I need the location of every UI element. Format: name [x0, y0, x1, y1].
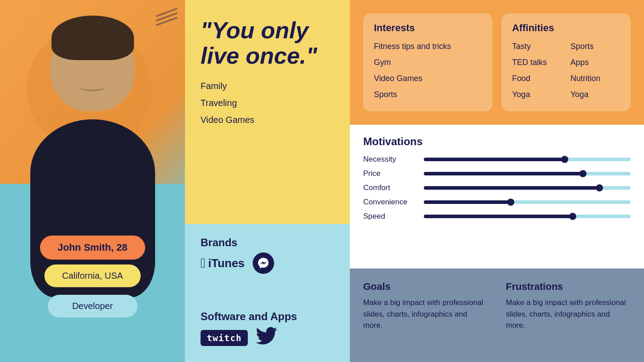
twitch-icon: twitch — [201, 330, 248, 346]
brands-icons:  iTunes — [201, 252, 334, 274]
motivation-bar-container — [424, 215, 631, 218]
affinity-item: Nutrition — [570, 70, 620, 86]
software-icons: twitch — [201, 326, 334, 350]
twitter-icon — [256, 326, 277, 350]
motivation-bar-fill — [424, 186, 599, 190]
motivations-rows: NecessityPriceComfortConvenienceSpeed — [363, 155, 631, 221]
name-text: John Smith, 28 — [57, 242, 127, 253]
motivation-row: Convenience — [363, 198, 631, 207]
motivation-bar-container — [424, 186, 631, 190]
itunes-label: iTunes — [208, 256, 245, 270]
motivation-row: Price — [363, 169, 631, 178]
affinity-item: Sports — [570, 38, 620, 54]
affinity-item: Tasty — [512, 38, 562, 54]
motivation-bar-fill — [424, 158, 565, 161]
affinity-grid: Tasty TED talks Food Yoga Sports Apps Nu… — [512, 38, 620, 102]
motivation-bar-fill — [424, 172, 583, 175]
motivation-bar-fill — [424, 215, 573, 218]
interest-item: Gym — [374, 54, 482, 70]
goals-title: Goals — [363, 281, 488, 293]
motivation-label: Price — [363, 169, 417, 178]
motivation-bar-dot — [596, 184, 603, 191]
interest-item: Video Games — [374, 70, 482, 86]
top-right-panel: Interests Fitness tips and tricks Gym Vi… — [350, 0, 644, 125]
frustrations-title: Frustrations — [506, 281, 631, 293]
right-section: Interests Fitness tips and tricks Gym Vi… — [350, 0, 644, 362]
itunes-brand:  iTunes — [201, 256, 245, 271]
motivation-bar-container — [424, 172, 631, 175]
motivation-bar-dot — [569, 213, 576, 220]
affinity-item: TED talks — [512, 54, 562, 70]
name-badge: John Smith, 28 — [40, 236, 145, 260]
person-hair — [51, 16, 134, 60]
motivations-title: Motivations — [363, 135, 631, 148]
software-title: Software and Apps — [201, 310, 334, 323]
messenger-icon — [253, 252, 274, 274]
affinity-item: Yoga — [512, 86, 562, 102]
interest-item: Fitness tips and tricks — [374, 38, 482, 54]
brands-title: Brands — [201, 236, 334, 249]
affinities-title: Affinities — [512, 22, 620, 34]
motivation-label: Speed — [363, 212, 417, 221]
goals-text: Make a big impact with professional slid… — [363, 297, 488, 331]
hobby-item: Video Games — [201, 111, 334, 128]
affinity-item: Food — [512, 70, 562, 86]
motivation-bar-container — [424, 200, 631, 204]
motivation-label: Comfort — [363, 183, 417, 192]
motivation-label: Necessity — [363, 155, 417, 164]
frustrations-text: Make a big impact with professional slid… — [506, 297, 631, 331]
interests-card: Interests Fitness tips and tricks Gym Vi… — [363, 13, 492, 111]
motivation-bar-dot — [561, 156, 568, 163]
motivation-label: Convenience — [363, 198, 417, 207]
motivation-bar-container — [424, 158, 631, 161]
interests-title: Interests — [374, 22, 482, 34]
affinities-card: Affinities Tasty TED talks Food Yoga Spo… — [501, 13, 631, 111]
location-badge: California, USA — [44, 264, 141, 287]
middle-section: "You only live once." Family Traveling V… — [185, 0, 350, 362]
brands-block: Brands  iTunes Software and Apps twitch — [185, 224, 350, 362]
apple-icon:  — [201, 256, 205, 271]
interest-item: Sports — [374, 86, 482, 102]
role-text: Developer — [72, 301, 113, 311]
frustrations-block: Frustrations Make a big impact with prof… — [506, 281, 631, 350]
quote-text: "You only live once." — [201, 18, 334, 69]
motivation-row: Speed — [363, 212, 631, 221]
goals-block: Goals Make a big impact with professiona… — [363, 281, 488, 350]
affinity-item: Yoga — [570, 86, 620, 102]
motivation-bar-dot — [579, 170, 587, 177]
deco-stripes — [153, 9, 180, 25]
hobby-item: Family — [201, 77, 334, 94]
location-text: California, USA — [62, 271, 123, 281]
motivation-bar-fill — [424, 200, 511, 204]
bottom-right-panel: Goals Make a big impact with professiona… — [350, 268, 644, 362]
hobby-item: Traveling — [201, 94, 334, 111]
person-smile — [79, 82, 106, 91]
motivation-row: Necessity — [363, 155, 631, 164]
photo-section: John Smith, 28 California, USA Developer — [0, 0, 185, 362]
role-badge: Developer — [48, 295, 137, 317]
motivations-block: Motivations NecessityPriceComfortConveni… — [350, 125, 644, 268]
hobbies-list: Family Traveling Video Games — [201, 77, 334, 128]
motivation-row: Comfort — [363, 183, 631, 192]
motivation-bar-dot — [507, 199, 514, 206]
affinity-item: Apps — [570, 54, 620, 70]
quote-block: "You only live once." Family Traveling V… — [185, 0, 350, 224]
